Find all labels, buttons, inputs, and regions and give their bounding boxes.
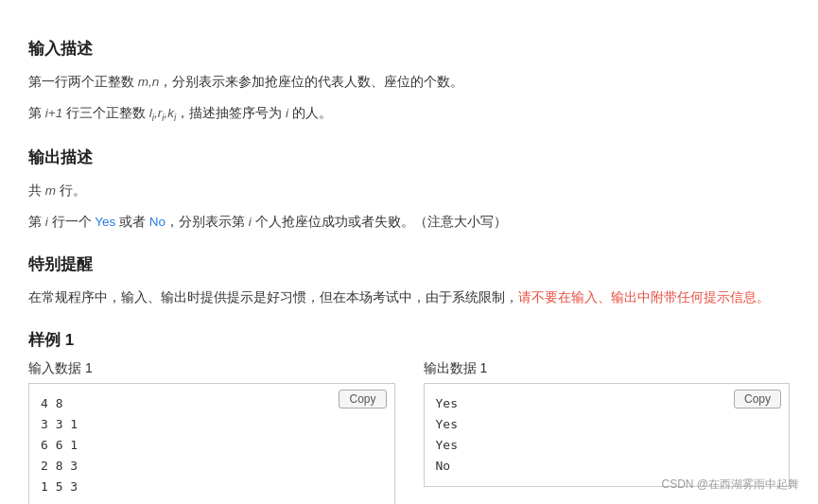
output-desc-line2: 第 i 行一个 Yes 或者 No，分别表示第 i 个人抢座位成功或者失败。（注…: [28, 209, 790, 235]
math-i2: i: [286, 106, 288, 120]
output-desc-line1: 共 m 行。: [28, 178, 790, 203]
math-i1: i+1: [45, 106, 62, 120]
input-code-box: Copy 4 8 3 3 1 6 6 1 2 8 3 1 5 3: [28, 383, 395, 504]
yes-text: Yes: [95, 215, 115, 229]
input-desc-title: 输入描述: [28, 38, 790, 60]
input-desc-section: 输入描述 第一行两个正整数 m,n，分别表示来参加抢座位的代表人数、座位的个数。…: [28, 38, 790, 128]
output-code-content: Yes Yes Yes No: [436, 393, 778, 477]
output-copy-button[interactable]: Copy: [734, 390, 781, 408]
no-text: No: [149, 215, 165, 229]
special-reminder-title: 特别提醒: [28, 253, 790, 275]
input-data-label: 输入数据 1: [28, 360, 395, 377]
output-data-label: 输出数据 1: [424, 360, 791, 377]
output-desc-section: 输出描述 共 m 行。 第 i 行一个 Yes 或者 No，分别表示第 i 个人…: [28, 147, 790, 235]
input-desc-line1: 第一行两个正整数 m,n，分别表示来参加抢座位的代表人数、座位的个数。: [28, 69, 790, 95]
math-i3: i: [45, 215, 48, 229]
input-desc-line2: 第 i+1 行三个正整数 li,ri,ki，描述抽签序号为 i 的人。: [28, 100, 790, 128]
input-code-content: 4 8 3 3 1 6 6 1 2 8 3 1 5 3: [41, 393, 383, 497]
math-lrk: li,ri,ki: [149, 106, 176, 120]
output-code-box: Copy Yes Yes Yes No: [424, 383, 791, 487]
output-desc-title: 输出描述: [28, 147, 790, 168]
input-copy-button[interactable]: Copy: [339, 390, 386, 408]
warning-text: 请不要在输入、输出中附带任何提示信息。: [518, 290, 770, 304]
special-reminder-section: 特别提醒 在常规程序中，输入、输出时提供提示是好习惯，但在本场考试中，由于系统限…: [28, 253, 790, 310]
special-reminder-line1: 在常规程序中，输入、输出时提供提示是好习惯，但在本场考试中，由于系统限制，请不要…: [28, 285, 790, 310]
math-m: m: [45, 183, 56, 198]
footer-watermark: CSDN @在西湖雾雨中起舞: [661, 477, 799, 493]
sample1-title: 样例 1: [28, 329, 790, 351]
math-i4: i: [249, 215, 252, 229]
input-data-block: 输入数据 1 Copy 4 8 3 3 1 6 6 1 2 8 3 1 5 3: [28, 360, 395, 504]
math-mn: m,n: [138, 75, 160, 89]
